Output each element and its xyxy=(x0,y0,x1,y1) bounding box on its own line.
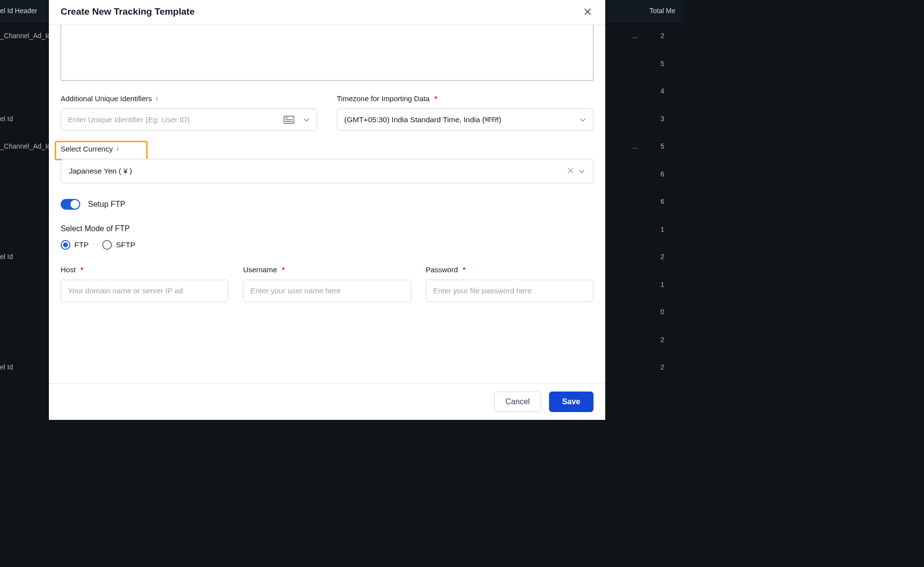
bg-row-count: 5 xyxy=(643,142,682,150)
radio-sftp[interactable]: SFTP xyxy=(102,240,135,250)
timezone-label-text: Timezone for Importing Data xyxy=(337,94,430,103)
currency-select[interactable]: Japanese Yen ( ¥ ) xyxy=(61,159,594,183)
unique-identifier-input[interactable] xyxy=(68,115,284,124)
host-input-wrap[interactable] xyxy=(61,280,228,302)
setup-ftp-toggle[interactable] xyxy=(61,199,80,210)
timezone-label: Timezone for Importing Data xyxy=(337,94,594,103)
bg-row-count: 6 xyxy=(643,170,682,178)
chevron-down-icon xyxy=(303,116,310,123)
currency-value: Japanese Yen ( ¥ ) xyxy=(69,167,568,175)
cancel-button[interactable]: Cancel xyxy=(494,392,541,412)
host-label: Host xyxy=(61,265,228,274)
currency-label-text: Select Currency xyxy=(61,145,113,153)
toggle-knob xyxy=(70,200,79,209)
bg-row-count: 6 xyxy=(643,197,682,205)
description-textarea[interactable] xyxy=(61,25,594,81)
bg-row-count: 1 xyxy=(643,281,682,288)
host-label-text: Host xyxy=(61,265,76,274)
close-icon xyxy=(568,168,573,174)
chevron-down-icon xyxy=(578,168,585,174)
password-input-wrap[interactable] xyxy=(426,280,594,302)
bg-row-count: 2 xyxy=(643,363,682,371)
timezone-value: (GMT+05:30) India Standard Time, India (… xyxy=(344,115,579,124)
radio-ftp-label: FTP xyxy=(74,240,88,249)
radio-indicator xyxy=(61,240,70,250)
bg-row-suffix: ... xyxy=(632,32,638,40)
setup-ftp-label: Setup FTP xyxy=(88,200,125,209)
password-label-text: Password xyxy=(426,265,458,274)
bg-row-suffix: ... xyxy=(632,142,638,150)
radio-ftp[interactable]: FTP xyxy=(61,240,88,250)
host-input[interactable] xyxy=(68,286,221,295)
info-icon: i xyxy=(117,145,119,153)
username-input-wrap[interactable] xyxy=(243,280,411,302)
clear-currency-button[interactable] xyxy=(568,167,573,175)
required-dot xyxy=(463,267,465,270)
currency-label: Select Currency i xyxy=(61,145,594,153)
required-dot xyxy=(81,267,83,270)
password-input[interactable] xyxy=(433,286,586,295)
username-label: Username xyxy=(243,265,411,274)
bg-row-count: 2 xyxy=(643,336,682,344)
password-label: Password xyxy=(426,265,594,274)
bg-row-count: 5 xyxy=(643,60,682,67)
bg-row-count: 2 xyxy=(643,32,682,40)
required-dot xyxy=(282,267,285,270)
modal-body: Additional Unique Identifiers i xyxy=(49,25,605,383)
additional-ids-label: Additional Unique Identifiers i xyxy=(61,94,317,103)
chevron-down-icon xyxy=(579,116,586,123)
radio-sftp-label: SFTP xyxy=(116,240,135,249)
username-label-text: Username xyxy=(243,265,277,274)
bg-row-count: 3 xyxy=(643,115,682,123)
additional-ids-label-text: Additional Unique Identifiers xyxy=(61,94,152,103)
modal-title: Create New Tracking Template xyxy=(61,6,195,17)
close-icon xyxy=(584,8,592,16)
modal-footer: Cancel Save xyxy=(49,383,605,420)
required-dot xyxy=(435,96,437,99)
bg-row-count: 4 xyxy=(643,87,682,95)
bg-row-count: 2 xyxy=(643,253,682,261)
bg-row-count: 0 xyxy=(643,308,682,316)
modal: Create New Tracking Template Additional … xyxy=(49,0,605,420)
unique-identifier-input-wrap[interactable] xyxy=(61,109,317,131)
save-button[interactable]: Save xyxy=(549,392,594,412)
card-icon xyxy=(284,115,294,124)
bg-header-right: Total Me xyxy=(643,7,682,15)
radio-indicator xyxy=(102,240,112,250)
bg-row-count: 1 xyxy=(643,225,682,233)
timezone-select[interactable]: (GMT+05:30) India Standard Time, India (… xyxy=(337,109,594,131)
username-input[interactable] xyxy=(250,286,403,295)
close-button[interactable] xyxy=(582,6,594,18)
mode-ftp-label: Select Mode of FTP xyxy=(61,224,594,233)
info-icon: i xyxy=(156,95,158,103)
modal-header: Create New Tracking Template xyxy=(49,0,605,25)
